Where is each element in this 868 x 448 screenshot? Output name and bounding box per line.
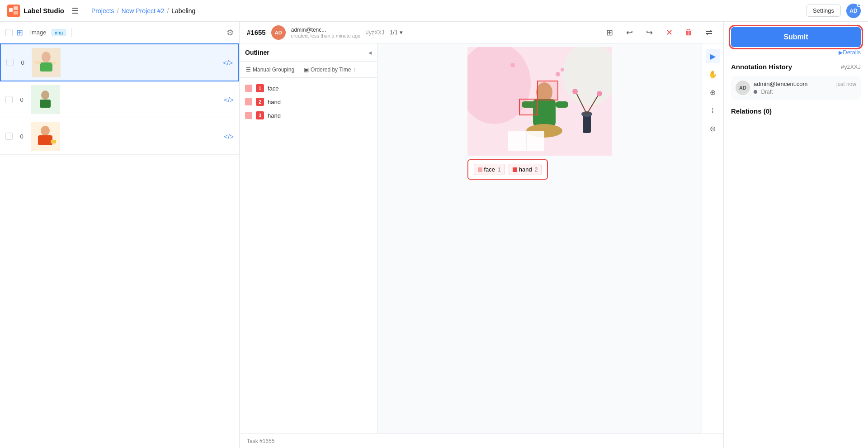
list-item[interactable]: 2 hand: [240, 95, 377, 109]
svg-rect-22: [556, 101, 568, 108]
order-icon: ▣: [304, 67, 309, 73]
hamburger-icon[interactable]: ☰: [71, 6, 79, 16]
task-code-icon[interactable]: </>: [223, 59, 233, 67]
details-link[interactable]: Details: [843, 49, 861, 56]
hand-label-tag: hand 2: [509, 164, 542, 175]
list-item[interactable]: 3 hand: [240, 109, 377, 122]
annotation-history-title: Annotation History: [731, 63, 792, 71]
zoom-out-tool[interactable]: ⊖: [706, 121, 720, 136]
face-label-tag: face 1: [474, 164, 505, 175]
details-row: ▶ Details: [731, 47, 861, 57]
annotator-avatar: AD: [271, 25, 286, 40]
svg-rect-26: [519, 99, 538, 115]
svg-point-5: [42, 52, 51, 62]
delete-button[interactable]: ✕: [662, 25, 676, 40]
select-all-checkbox[interactable]: [5, 29, 13, 36]
cursor-tool[interactable]: ▶: [706, 49, 720, 63]
breadcrumb: Projects / New Project #2 / Labeling: [91, 7, 195, 14]
svg-rect-27: [583, 115, 591, 133]
settings-button[interactable]: ⇌: [702, 25, 716, 40]
task-id: #1655: [247, 29, 266, 36]
outliner-controls: ☰ Manual Grouping ▣ Ordered by Time ↑: [240, 62, 377, 78]
item-number-badge: 1: [256, 84, 264, 92]
hand-color-swatch: [513, 167, 517, 172]
list-item[interactable]: 1 face: [240, 81, 377, 95]
svg-rect-1: [9, 8, 13, 12]
task-footer: Task #1655: [240, 434, 723, 448]
created-label: created, less than a minute ago: [291, 33, 360, 38]
item-label: face: [268, 85, 279, 92]
outliner-title: Outliner: [245, 49, 269, 56]
sort-icon: ↑: [353, 67, 355, 73]
task-annotation-count: 0: [17, 59, 28, 66]
breadcrumb-projects[interactable]: Projects: [91, 7, 114, 14]
task-thumbnail: [32, 48, 61, 77]
manual-grouping-button[interactable]: ☰ Manual Grouping: [243, 65, 297, 75]
submit-button[interactable]: Submit: [731, 27, 861, 47]
pagination-dropdown-icon[interactable]: ▾: [400, 29, 403, 36]
item-color-swatch: [245, 98, 252, 105]
svg-rect-6: [40, 62, 52, 71]
panel-settings-icon[interactable]: ⚙: [226, 28, 234, 38]
outliner-collapse-icon[interactable]: ◂: [368, 49, 372, 56]
task-checkbox[interactable]: [6, 59, 14, 66]
item-label: hand: [268, 99, 281, 105]
left-panel: ⊞ image img ⚙ 0: [0, 22, 240, 448]
grouping-icon: ☰: [246, 67, 251, 73]
hand-label-text: hand: [519, 166, 532, 173]
main-image-container: face 1 hand 2: [467, 47, 612, 180]
task-footer-label: Task #1655: [247, 438, 274, 444]
dots-tool[interactable]: ⁞: [706, 103, 720, 118]
history-avatar: AD: [736, 81, 750, 95]
annotator-email: admin@tenc...: [291, 27, 360, 33]
svg-point-33: [556, 72, 560, 76]
task-row[interactable]: 0 </>: [0, 43, 239, 81]
history-status: Draft: [761, 89, 773, 95]
svg-point-10: [41, 91, 49, 100]
svg-point-34: [561, 68, 564, 71]
outliner-items: 1 face 2 hand: [240, 78, 377, 434]
main-layout: ⊞ image img ⚙ 0: [0, 22, 868, 448]
task-image-1: [32, 48, 61, 77]
task-image-3: [31, 122, 60, 151]
play-icon: ▶: [839, 49, 843, 56]
redo-button[interactable]: ↪: [642, 25, 656, 40]
settings-button[interactable]: Settings: [806, 5, 841, 17]
task-annotation-count: 0: [16, 133, 27, 140]
svg-rect-8: [52, 62, 56, 64]
outliner-panel: Outliner ◂ ☰ Manual Grouping ▣ Ordered b…: [240, 43, 377, 434]
task-thumbnail: [31, 122, 60, 151]
task-code-icon[interactable]: </>: [224, 133, 234, 140]
hand-tool[interactable]: ✋: [706, 67, 720, 81]
image-canvas[interactable]: face 1 hand 2: [377, 43, 702, 434]
canvas-toolbar: ▶ ✋ ⊕ ⁞ ⊖: [702, 43, 723, 434]
task-row[interactable]: 0 </>: [0, 81, 239, 118]
breadcrumb-project[interactable]: New Project #2: [121, 7, 164, 14]
grid-view-icon[interactable]: ⊞: [16, 28, 23, 38]
column-type-badge: img: [52, 29, 66, 36]
view-toggle-button[interactable]: ⊞: [602, 25, 617, 40]
task-row[interactable]: 0 </>: [0, 118, 239, 155]
annotation-image: [467, 47, 612, 156]
right-panel: Submit ▶ Details Annotation History #yzX…: [723, 22, 868, 448]
annotation-id: #yzXXJ: [366, 29, 384, 36]
right-panel-top: Submit ▶ Details: [724, 22, 868, 63]
app-title: Label Studio: [24, 7, 64, 14]
task-code-icon[interactable]: </>: [224, 96, 234, 104]
image-canvas-area: face 1 hand 2 ▶ ✋: [377, 43, 723, 434]
task-checkbox[interactable]: [5, 96, 13, 103]
item-color-swatch: [245, 85, 252, 92]
task-thumbnail: [31, 85, 60, 114]
annotation-toolbar: #1655 AD admin@tenc... created, less tha…: [240, 22, 723, 43]
undo-button[interactable]: ↩: [622, 25, 637, 40]
zoom-in-tool[interactable]: ⊕: [706, 85, 720, 100]
task-annotation-count: 0: [16, 96, 27, 103]
content-split: Outliner ◂ ☰ Manual Grouping ▣ Ordered b…: [240, 43, 723, 434]
column-label: image: [30, 29, 46, 36]
ordered-by-time-button[interactable]: ▣ Ordered by Time ↑: [301, 65, 358, 75]
task-checkbox[interactable]: [5, 133, 13, 140]
trash-button[interactable]: 🗑: [682, 25, 696, 40]
avatar-online-dot: [857, 4, 861, 7]
annotation-history-header: Annotation History #yzXXJ: [731, 63, 861, 71]
task-image-2: [31, 85, 60, 114]
